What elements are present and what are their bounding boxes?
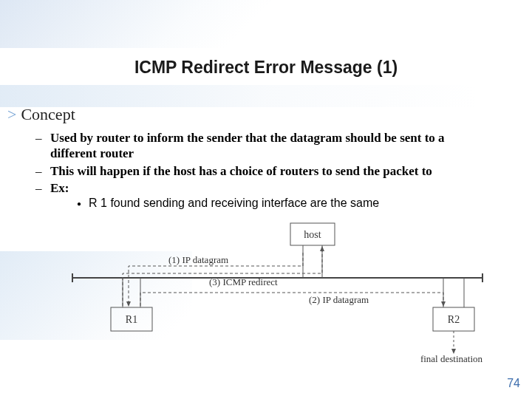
page-number: 74	[507, 377, 520, 390]
list-item-text: This will happen if the host has a choic…	[50, 163, 494, 179]
dash-icon: –	[35, 180, 50, 196]
list-item: – Ex:	[35, 180, 494, 196]
arrow-2-label: (2) IP datagram	[309, 294, 369, 305]
list-item: – Used by router to inform the sender th…	[35, 130, 494, 162]
dash-icon: –	[35, 163, 50, 179]
list-item: – This will happen if the host has a cho…	[35, 163, 494, 179]
concept-heading: >Concept	[7, 105, 75, 124]
slide-title: ICMP Redirect Error Message (1)	[0, 58, 532, 78]
network-diagram: host R1 R2 final destination (1) IP data…	[65, 220, 490, 364]
list-item-text: Used by router to inform the sender that…	[50, 130, 494, 162]
sub-bullet-text: R 1 found sending and receiving interfac…	[89, 197, 379, 209]
r2-label: R2	[448, 314, 460, 325]
bullet-list: – Used by router to inform the sender th…	[35, 130, 494, 197]
arrow-3-label: (3) ICMP redirect	[209, 276, 278, 287]
dash-icon: –	[35, 130, 50, 162]
list-item-text: Ex:	[50, 180, 494, 196]
bullet-dot-icon: ●	[77, 200, 81, 208]
final-dest-label: final destination	[420, 353, 483, 364]
sub-bullet: ●R 1 found sending and receiving interfa…	[77, 197, 379, 210]
chevron-right-icon: >	[7, 105, 16, 123]
arrow-1-label: (1) IP datagram	[168, 254, 228, 265]
r1-label: R1	[126, 314, 137, 325]
concept-heading-text: Concept	[21, 105, 75, 123]
host-label: host	[304, 229, 321, 240]
slide: ICMP Redirect Error Message (1) >Concept…	[0, 0, 532, 399]
arrow-2	[140, 293, 443, 306]
